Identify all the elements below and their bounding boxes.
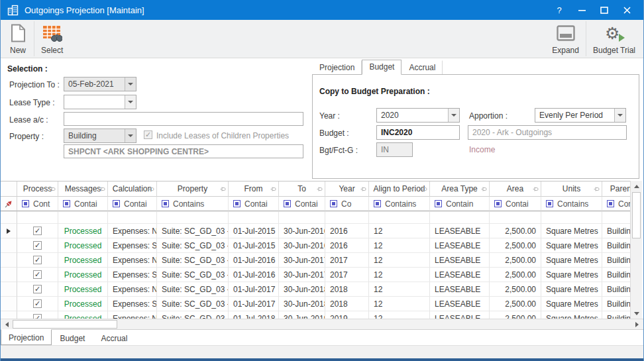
cell-year[interactable]: 2017 <box>325 253 369 268</box>
cell-to[interactable]: 30-Jun-2019 <box>279 311 325 319</box>
cell-process[interactable]: ✓ <box>17 224 58 238</box>
grid-row[interactable]: ✓ProcessedExpenses: StSuite: SC_GD_03 - … <box>1 238 630 253</box>
cell-area[interactable]: 2,500.00 <box>490 297 541 311</box>
cell-units[interactable]: Square Metres <box>541 282 602 297</box>
vertical-scroll-thumb[interactable] <box>632 192 641 238</box>
cell-area-type[interactable]: LEASEABLE <box>430 297 490 311</box>
property-type-dropdown[interactable]: Building <box>64 129 136 143</box>
cell-units[interactable]: Square Metres <box>541 224 602 238</box>
grid-row[interactable]: ✓ProcessedExpenses: StSuite: SC_GD_03 - … <box>1 268 630 282</box>
minimize-button[interactable] <box>570 0 593 20</box>
cell-units[interactable]: Square Metres <box>541 238 602 253</box>
cell-from[interactable]: 01-Jul-2017 <box>229 297 279 311</box>
cell-to[interactable]: 30-Jun-2018 <box>279 297 325 311</box>
cell-units[interactable]: Square Metres <box>541 297 602 311</box>
grid-row[interactable]: ✓ProcessedExpenses: NSuite: SC_GD_03 - 0… <box>1 224 630 238</box>
cell-area[interactable]: 2,500.00 <box>490 311 541 319</box>
dropdown-arrow-icon[interactable] <box>448 109 459 122</box>
column-header-align-to-period[interactable]: Align to Period <box>369 181 430 197</box>
cell-property[interactable]: Suite: SC_GD_03 - 0 <box>157 268 229 282</box>
empty-cell[interactable] <box>369 211 430 224</box>
cell-process[interactable]: ✓ <box>17 282 58 297</box>
filter-cell-align-to-period[interactable]: Contains <box>369 197 430 211</box>
cell-area[interactable]: 2,500.00 <box>490 268 541 282</box>
help-button[interactable]: ? <box>548 0 570 20</box>
cell-year[interactable]: 2016 <box>325 224 369 238</box>
empty-cell[interactable] <box>541 211 602 224</box>
cell-align-to-period[interactable]: 12 <box>369 268 430 282</box>
empty-cell[interactable] <box>108 211 157 224</box>
cell-parent[interactable]: Building <box>602 311 630 319</box>
cell-to[interactable]: 30-Jun-2017 <box>279 253 325 268</box>
filter-condition-icon[interactable] <box>546 200 553 207</box>
cell-align-to-period[interactable]: 12 <box>369 253 430 268</box>
close-button[interactable] <box>616 0 638 20</box>
column-header-units[interactable]: Units <box>541 181 602 197</box>
dropdown-arrow-icon[interactable] <box>125 95 136 109</box>
cell-to[interactable]: 30-Jun-2018 <box>279 282 325 297</box>
filter-cell-parent[interactable]: Cor <box>602 197 630 211</box>
process-checkbox[interactable]: ✓ <box>33 227 42 235</box>
cell-area[interactable]: 2,500.00 <box>490 224 541 238</box>
column-header-messages[interactable]: Messages <box>58 181 108 197</box>
cell-property[interactable]: Suite: SC_GD_03 - 0 <box>157 253 229 268</box>
maximize-button[interactable] <box>593 0 616 20</box>
view-tab-budget[interactable]: Budget <box>52 330 93 345</box>
empty-cell[interactable] <box>602 211 630 224</box>
cell-process[interactable]: ✓ <box>17 297 58 311</box>
filter-cell-property[interactable]: Contains <box>157 197 229 211</box>
cell-parent[interactable]: Building <box>602 238 630 253</box>
grid-row[interactable]: ✓ProcessedExpenses: NSuite: SC_GD_03 - 0… <box>1 311 630 319</box>
cell-messages[interactable]: Processed <box>58 224 108 238</box>
cell-calculation[interactable]: Expenses: St <box>108 238 157 253</box>
cell-parent[interactable]: Building <box>602 253 630 268</box>
filter-condition-icon[interactable] <box>284 200 291 207</box>
filter-condition-icon[interactable] <box>22 200 29 207</box>
filter-condition-icon[interactable] <box>113 200 120 207</box>
cell-from[interactable]: 01-Jul-2015 <box>229 238 279 253</box>
cell-calculation[interactable]: Expenses: N <box>108 311 157 319</box>
cell-to[interactable]: 30-Jun-2017 <box>279 268 325 282</box>
new-button[interactable]: New <box>3 20 32 58</box>
cell-messages[interactable]: Processed <box>58 268 108 282</box>
cell-area-type[interactable]: LEASEABLE <box>430 238 490 253</box>
cell-area-type[interactable]: LEASEABLE <box>430 224 490 238</box>
cell-year[interactable]: 2017 <box>325 268 369 282</box>
cell-from[interactable]: 01-Jul-2015 <box>229 224 279 238</box>
cell-year[interactable]: 2019 <box>325 311 369 319</box>
lease-ac-input[interactable] <box>64 112 303 126</box>
filter-condition-icon[interactable] <box>494 200 502 207</box>
cell-align-to-period[interactable]: 12 <box>369 311 430 319</box>
cell-property[interactable]: Suite: SC_GD_03 - 0 <box>157 238 229 253</box>
empty-cell[interactable] <box>157 211 229 224</box>
filter-condition-icon[interactable] <box>330 200 337 207</box>
empty-cell[interactable] <box>325 211 369 224</box>
tab-projection[interactable]: Projection <box>312 60 362 75</box>
cell-year[interactable]: 2016 <box>325 238 369 253</box>
include-children-checkbox[interactable]: ✓ <box>144 130 152 139</box>
cell-year[interactable]: 2018 <box>325 297 369 311</box>
grid-row[interactable]: ✓ProcessedExpenses: StSuite: SC_GD_03 - … <box>1 297 630 311</box>
filter-cell-area[interactable]: Contai <box>490 197 541 211</box>
empty-cell[interactable] <box>430 211 490 224</box>
grid-row[interactable]: ✓ProcessedExpenses: NSuite: SC_GD_03 - 0… <box>1 253 630 268</box>
cell-parent[interactable]: Building <box>602 224 630 238</box>
dropdown-arrow-icon[interactable] <box>125 129 136 142</box>
filter-condition-icon[interactable] <box>63 200 70 207</box>
process-checkbox[interactable]: ✓ <box>33 256 42 264</box>
filter-cell-year[interactable]: Co <box>325 197 369 211</box>
cell-messages[interactable]: Processed <box>58 282 108 297</box>
cell-messages[interactable]: Processed <box>58 253 108 268</box>
cell-process[interactable]: ✓ <box>17 238 58 253</box>
select-button[interactable]: Select <box>36 20 68 58</box>
cell-parent[interactable]: Building <box>602 268 630 282</box>
cell-process[interactable]: ✓ <box>17 268 58 282</box>
budget-description-input[interactable]: 2020 - Ark - Outgoings <box>468 125 627 140</box>
scroll-left-icon[interactable] <box>1 319 12 329</box>
cell-year[interactable]: 2018 <box>325 282 369 297</box>
column-header-property[interactable]: Property <box>157 181 229 197</box>
column-header-parent[interactable]: Parent <box>602 181 630 197</box>
cell-parent[interactable]: Building <box>602 282 630 297</box>
cell-align-to-period[interactable]: 12 <box>369 224 430 238</box>
cell-from[interactable]: 01-Jul-2016 <box>229 253 279 268</box>
